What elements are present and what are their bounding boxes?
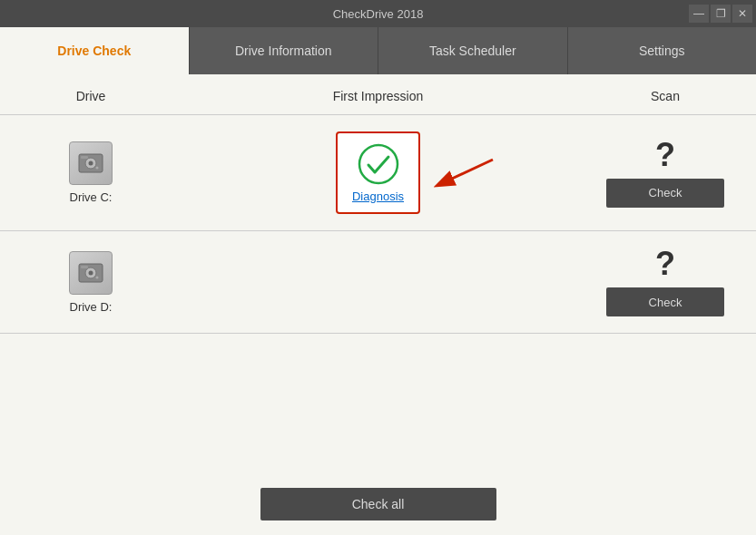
drive-c-scan-cell: ? Check (574, 139, 756, 208)
tab-drive-information[interactable]: Drive Information (190, 27, 379, 74)
minimize-button[interactable]: — (689, 5, 709, 23)
drive-d-scan-cell: ? Check (574, 248, 756, 316)
content-spacer (0, 334, 756, 473)
svg-rect-3 (81, 156, 88, 159)
drive-d-label: Drive D: (70, 300, 113, 314)
title-bar: CheckDrive 2018 — ❐ ✕ (0, 0, 756, 27)
svg-line-6 (438, 160, 493, 185)
drive-d-cell: Drive D: (0, 251, 182, 314)
drive-c-first-impression: Diagnosis (182, 131, 574, 214)
drive-c-icon (69, 141, 113, 185)
svg-point-10 (89, 270, 93, 275)
window-controls: — ❐ ✕ (689, 5, 752, 23)
hdd-icon (75, 148, 106, 179)
drive-row-c: Drive C: Diagnosis ? (0, 115, 756, 231)
tab-settings[interactable]: Settings (568, 27, 757, 74)
main-content: Drive First Impression Scan Drive C: (0, 74, 756, 535)
col-header-scan: Scan (574, 89, 756, 103)
drive-d-check-button[interactable]: Check (606, 287, 724, 316)
drive-row-d: Drive D: ? Check (0, 231, 756, 334)
restore-button[interactable]: ❐ (711, 5, 731, 23)
drive-c-scan-unknown-icon: ? (655, 139, 675, 171)
svg-rect-11 (81, 266, 88, 268)
check-all-button[interactable]: Check all (260, 488, 496, 520)
tab-bar: Drive Check Drive Information Task Sched… (0, 27, 756, 74)
tab-drive-check[interactable]: Drive Check (0, 27, 190, 74)
diagnosis-checkmark-icon (357, 142, 400, 186)
col-header-first-impression: First Impression (182, 89, 574, 103)
hdd-d-icon (75, 258, 106, 288)
drive-c-label: Drive C: (70, 190, 113, 204)
svg-point-4 (96, 167, 99, 170)
drive-d-icon (69, 251, 113, 295)
bottom-bar: Check all (0, 473, 756, 535)
svg-point-7 (359, 145, 398, 183)
svg-point-2 (89, 161, 93, 166)
drive-d-scan-unknown-icon: ? (655, 248, 675, 280)
column-headers: Drive First Impression Scan (0, 74, 756, 115)
drive-c-check-button[interactable]: Check (606, 179, 724, 208)
close-button[interactable]: ✕ (732, 5, 752, 23)
red-arrow-icon (420, 151, 502, 196)
diagnosis-box: Diagnosis (336, 131, 420, 214)
diagnosis-link[interactable]: Diagnosis (352, 190, 404, 203)
svg-point-12 (96, 276, 99, 278)
tab-task-scheduler[interactable]: Task Scheduler (378, 27, 568, 74)
drive-c-cell: Drive C: (0, 141, 182, 204)
col-header-drive: Drive (0, 89, 182, 103)
window-title: CheckDrive 2018 (333, 7, 424, 21)
